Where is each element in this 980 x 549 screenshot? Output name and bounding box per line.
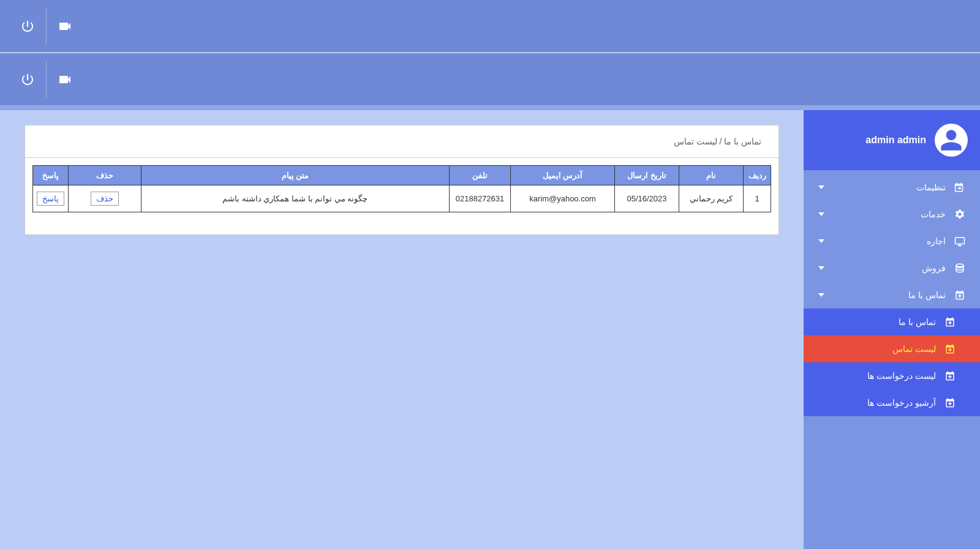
nav: تنظیمات خدمات اجاره فروش تماس با ما bbox=[804, 170, 980, 416]
col-date: تاریخ ارسال bbox=[615, 166, 679, 185]
sub-request-archive-label: آرشیو درخواست ها bbox=[867, 398, 936, 408]
sub-contact-list[interactable]: لیست تماس bbox=[804, 335, 980, 362]
col-message: متن پیام bbox=[141, 166, 449, 185]
nav-services[interactable]: خدمات bbox=[804, 201, 980, 228]
database-icon bbox=[954, 263, 965, 274]
caret-down-icon bbox=[818, 239, 824, 243]
nav-rent-label: اجاره bbox=[927, 236, 946, 246]
gear-icon bbox=[954, 209, 965, 220]
power-icon bbox=[20, 72, 35, 87]
col-reply: پاسخ bbox=[33, 166, 69, 185]
calendar-plus-icon bbox=[944, 370, 956, 381]
table-row: 1 كريم رحماني 05/16/2023 karim@yahoo.com… bbox=[33, 185, 771, 212]
sub-request-list[interactable]: لیست درخواست ها bbox=[804, 362, 980, 389]
contact-table: ردیف نام تاریخ ارسال آدرس ایمیل تلفن متن… bbox=[32, 165, 771, 212]
sub-request-archive[interactable]: آرشیو درخواست ها bbox=[804, 389, 980, 416]
topbar-2 bbox=[0, 53, 980, 105]
cell-reply: پاسخ bbox=[33, 185, 69, 212]
power-button[interactable] bbox=[9, 8, 46, 45]
monitor-icon bbox=[954, 236, 965, 247]
video-button[interactable] bbox=[46, 8, 83, 45]
cell-delete: حذف bbox=[69, 185, 141, 212]
calendar-plus-icon bbox=[954, 182, 965, 193]
nav-sale-label: فروش bbox=[922, 263, 946, 273]
caret-down-icon bbox=[818, 266, 824, 270]
video-icon bbox=[58, 19, 72, 34]
nav-rent[interactable]: اجاره bbox=[804, 228, 980, 255]
nav-settings-label: تنظیمات bbox=[916, 182, 946, 192]
avatar bbox=[935, 124, 968, 157]
video-button-2[interactable] bbox=[46, 61, 83, 98]
cell-phone: 02188272631 bbox=[450, 185, 511, 212]
sub-contact-list-label: لیست تماس bbox=[892, 344, 936, 354]
sub-nav-contact: تماس با ما لیست تماس لیست درخواست ها آرش… bbox=[804, 308, 980, 416]
nav-sale[interactable]: فروش bbox=[804, 255, 980, 282]
nav-contact-label: تماس با ما bbox=[908, 290, 946, 300]
user-name: admin admin bbox=[865, 135, 926, 146]
user-icon bbox=[939, 128, 963, 152]
table-header-row: ردیف نام تاریخ ارسال آدرس ایمیل تلفن متن… bbox=[33, 166, 771, 185]
sidebar: admin admin تنظیمات خدمات اجاره فروش bbox=[804, 110, 980, 549]
nav-settings[interactable]: تنظیمات bbox=[804, 174, 980, 201]
nav-contact[interactable]: تماس با ما bbox=[804, 282, 980, 308]
caret-down-icon bbox=[818, 293, 824, 297]
power-button-2[interactable] bbox=[9, 61, 46, 98]
separator-strip bbox=[0, 105, 980, 110]
calendar-plus-icon bbox=[944, 397, 956, 408]
cell-email: karim@yahoo.com bbox=[511, 185, 615, 212]
breadcrumb-sep: / bbox=[717, 136, 725, 146]
nav-services-label: خدمات bbox=[921, 209, 946, 219]
reply-button[interactable]: پاسخ bbox=[37, 192, 64, 206]
delete-button[interactable]: حذف bbox=[91, 192, 119, 206]
col-name: نام bbox=[679, 166, 744, 185]
calendar-plus-icon bbox=[944, 316, 956, 327]
topbar-1 bbox=[0, 0, 980, 52]
sub-contact-us-label: تماس با ما bbox=[899, 317, 936, 327]
main-content: تماس با ما / لیست تماس ردیف نام تاریخ ار… bbox=[0, 110, 804, 549]
col-phone: تلفن bbox=[450, 166, 511, 185]
cell-name: كريم رحماني bbox=[679, 185, 744, 212]
cell-date: 05/16/2023 bbox=[615, 185, 679, 212]
calendar-plus-icon bbox=[954, 289, 965, 301]
col-row: ردیف bbox=[744, 166, 771, 185]
breadcrumb-current: لیست تماس bbox=[674, 136, 717, 146]
user-block: admin admin bbox=[804, 110, 980, 170]
col-delete: حذف bbox=[69, 166, 141, 185]
calendar-plus-icon bbox=[944, 343, 956, 354]
cell-message: چگونه مي توانم با شما همكاري داشته باشم bbox=[141, 185, 449, 212]
sub-contact-us[interactable]: تماس با ما bbox=[804, 308, 980, 335]
cell-num: 1 bbox=[744, 185, 771, 212]
col-email: آدرس ایمیل bbox=[511, 166, 615, 185]
card: تماس با ما / لیست تماس ردیف نام تاریخ ار… bbox=[24, 125, 779, 235]
power-icon bbox=[20, 19, 35, 34]
caret-down-icon bbox=[818, 185, 824, 189]
sub-request-list-label: لیست درخواست ها bbox=[867, 371, 936, 381]
caret-down-icon bbox=[818, 212, 824, 216]
breadcrumb: تماس با ما / لیست تماس bbox=[25, 125, 778, 158]
breadcrumb-parent: تماس با ما bbox=[724, 136, 761, 146]
video-icon bbox=[58, 72, 72, 87]
